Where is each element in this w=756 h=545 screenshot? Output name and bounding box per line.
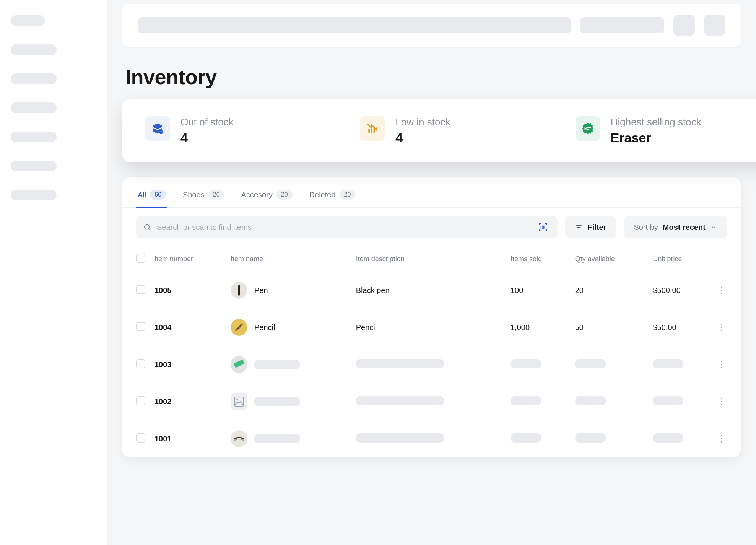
cell-item-name: Pen [226, 272, 351, 309]
barcode-scan-icon[interactable] [535, 220, 551, 235]
stat-label: Out of stock [180, 116, 234, 128]
inventory-table: Item number Item name Item description I… [122, 247, 741, 457]
stats-card: Out of stock 4 Low in stock 4 HOT Highe [122, 99, 756, 162]
sidebar-item[interactable] [11, 73, 57, 84]
svg-point-10 [236, 399, 238, 400]
placeholder [653, 359, 683, 368]
stat-label: Highest selling stock [611, 116, 701, 128]
item-thumbnail [231, 319, 247, 336]
tab-deleted[interactable]: Deleted20 [308, 186, 357, 208]
sidebar-item[interactable] [11, 102, 57, 113]
sort-value: Most recent [663, 223, 706, 232]
sidebar-item[interactable] [11, 15, 45, 26]
row-actions-button[interactable]: ⋮ [716, 396, 727, 407]
hot-badge-icon: HOT [576, 116, 600, 141]
cell-item-description [351, 346, 506, 383]
item-thumbnail [231, 282, 247, 299]
trend-down-icon [360, 116, 385, 141]
stat-label: Low in stock [395, 116, 450, 128]
placeholder [254, 434, 300, 443]
tab-all[interactable]: All60 [136, 186, 167, 208]
row-checkbox[interactable] [136, 285, 145, 294]
topbar-control[interactable] [580, 17, 664, 33]
cell-item-description [351, 420, 506, 457]
page-title: Inventory [125, 65, 738, 89]
cell-item-name [226, 420, 351, 457]
cell-item-number: 1004 [150, 309, 226, 346]
row-actions-button[interactable]: ⋮ [716, 359, 727, 370]
search-field[interactable] [136, 216, 558, 238]
tab-count-badge: 20 [276, 190, 293, 200]
main-content: Inventory Out of stock 4 Low in stock 4 [107, 0, 756, 545]
topbar-icon-button[interactable] [673, 15, 695, 36]
tabs: All60Shoes20Accesory20Deleted20 [122, 177, 741, 208]
filter-button[interactable]: Filter [565, 216, 616, 238]
placeholder [653, 396, 683, 405]
cell-items-sold: 100 [506, 272, 571, 309]
cell-unit-price [648, 383, 712, 420]
col-item-number: Item number [150, 247, 226, 272]
cell-qty-available: 20 [571, 272, 649, 309]
table-row[interactable]: 1002⋮ [122, 383, 741, 420]
table-row[interactable]: 1001⋮ [122, 420, 741, 457]
sidebar-item[interactable] [11, 44, 57, 55]
topbar-icon-button[interactable] [704, 15, 725, 36]
sort-prefix: Sort by [634, 223, 658, 232]
row-checkbox[interactable] [136, 359, 145, 368]
stat-value: 4 [180, 130, 234, 145]
search-input[interactable] [157, 223, 530, 232]
cell-item-number: 1002 [150, 383, 226, 420]
sidebar-item[interactable] [11, 190, 57, 200]
tab-shoes[interactable]: Shoes20 [181, 186, 226, 208]
stat-out-of-stock: Out of stock 4 [145, 116, 330, 145]
cell-unit-price [648, 346, 712, 383]
sort-button[interactable]: Sort by Most recent [624, 216, 727, 238]
tab-count-badge: 20 [340, 190, 356, 200]
cell-qty-available [571, 383, 649, 420]
table-row[interactable]: 1003⋮ [122, 346, 741, 383]
svg-point-2 [145, 225, 150, 229]
item-name-text: Pencil [254, 323, 275, 332]
col-item-description: Item description [351, 247, 506, 272]
table-toolbar: Filter Sort by Most recent [122, 208, 741, 247]
cell-item-number: 1001 [150, 420, 226, 457]
cell-qty-available [571, 346, 649, 383]
tab-label: All [138, 190, 146, 199]
cell-qty-available: 50 [571, 309, 649, 346]
row-checkbox[interactable] [136, 322, 145, 331]
sidebar-item[interactable] [11, 132, 57, 142]
placeholder [575, 433, 606, 443]
row-actions-button[interactable]: ⋮ [716, 433, 727, 444]
placeholder [356, 433, 444, 443]
placeholder [575, 396, 606, 405]
sidebar-item[interactable] [11, 161, 57, 171]
cell-item-description: Pencil [351, 309, 506, 346]
cell-item-number: 1003 [150, 346, 226, 383]
cell-qty-available [571, 420, 649, 457]
select-all-checkbox[interactable] [136, 254, 145, 263]
row-actions-button[interactable]: ⋮ [716, 322, 727, 333]
tab-count-badge: 60 [150, 190, 166, 200]
table-row[interactable]: 1004PencilPencil1,00050$50.00⋮ [122, 309, 741, 346]
tab-label: Shoes [183, 190, 205, 199]
placeholder [254, 397, 300, 406]
svg-rect-8 [231, 393, 247, 410]
row-checkbox[interactable] [136, 396, 145, 405]
box-alert-icon [145, 116, 170, 141]
cell-unit-price: $500.00 [648, 272, 712, 309]
search-icon [143, 223, 151, 231]
cell-item-name: Pencil [226, 309, 351, 346]
cell-items-sold [506, 383, 571, 420]
col-unit-price: Unit price [648, 247, 712, 272]
filter-label: Filter [587, 223, 606, 232]
row-actions-button[interactable]: ⋮ [716, 285, 727, 296]
tab-label: Accesory [241, 190, 273, 199]
placeholder [356, 359, 444, 368]
topbar-search-placeholder[interactable] [138, 17, 571, 33]
cell-item-number: 1005 [150, 272, 226, 309]
table-row[interactable]: 1005PenBlack pen10020$500.00⋮ [122, 272, 741, 309]
stat-highest-selling: HOT Highest selling stock Eraser [576, 116, 756, 145]
row-checkbox[interactable] [136, 433, 145, 443]
tab-accesory[interactable]: Accesory20 [240, 186, 294, 208]
placeholder [511, 433, 541, 443]
